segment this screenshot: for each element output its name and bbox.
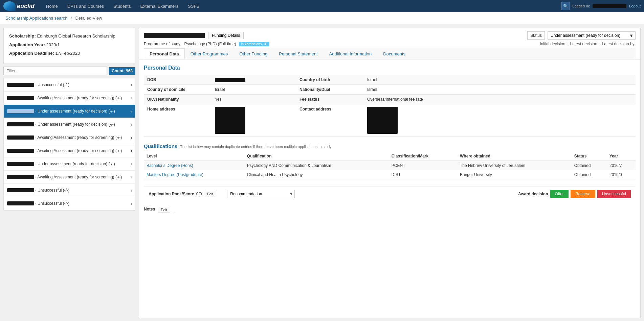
app-name-redacted-5 [7,149,34,153]
tab-other-funding[interactable]: Other Funding [234,48,273,59]
application-item-8[interactable]: · Unsuccessful (-/-)› [4,184,135,197]
logout-link[interactable]: Logout [629,4,641,8]
fee-status-label: Fee status [296,95,364,104]
application-item-1[interactable]: · Awaiting Assessment (ready for screeni… [4,92,135,105]
app-status-6: Under assessment (ready for decision) (-… [38,162,115,166]
application-item-0[interactable]: · Unsuccessful (-/-)› [4,78,135,92]
scholarship-label: Scholarship: [9,33,36,39]
qual-status-1: Obtained [572,170,607,179]
filter-input[interactable] [3,67,107,75]
tab-additional-info[interactable]: Additional Information [324,48,378,59]
rank-value: 0/0 [196,192,202,196]
tab-documents[interactable]: Documents [377,48,411,59]
applicant-name-redacted [144,33,205,38]
app-status-3: Under assessment (ready for decision) (-… [38,122,115,127]
nav-students[interactable]: Students [109,1,135,11]
personal-data-title: Personal Data [144,65,636,71]
tab-other-programmes[interactable]: Other Programmes [185,48,234,59]
filter-bar: Count: 968 [3,67,135,75]
app-status-5: Awaiting Assessment (ready for screening… [37,148,122,153]
nationality-value: Israel [364,85,636,95]
qual-row-1: Masters Degree (Postgraduate) Clinical a… [144,170,636,179]
count-value: 968 [126,69,133,73]
nav-ssfs[interactable]: SSFS [183,1,204,11]
app-status-8: Unsuccessful (-/-) [38,188,69,193]
chevron-icon-9: › [131,200,132,207]
offer-button[interactable]: Offer [550,190,568,198]
application-item-5[interactable]: · Awaiting Assessment (ready for screeni… [4,144,135,157]
deadline-value: 17/Feb/2020 [55,51,80,56]
award-label: Award decision [518,192,548,196]
application-item-3[interactable]: · Under assessment (ready for decision) … [4,118,135,131]
reserve-button[interactable]: Reserve [571,190,595,198]
unsuccessful-button[interactable]: Unsuccessful [597,190,631,198]
qual-level-1[interactable]: Masters Degree (Postgraduate) [144,170,244,179]
application-item-7[interactable]: · Awaiting Assessment (ready for screeni… [4,171,135,184]
application-item-2[interactable]: · Under assessment (ready for decision) … [4,105,135,118]
qual-col-class: Classification/Mark [389,152,457,161]
qual-level-link-1[interactable]: Masters Degree (Postgraduate) [147,172,203,177]
chevron-icon-7: › [131,173,132,180]
breadcrumb-root[interactable]: Scholarship Applications search [5,16,68,21]
app-status-7: Awaiting Assessment (ready for screening… [37,175,122,179]
tab-personal-data[interactable]: Personal Data [144,48,185,59]
domicile-row: Country of domicile Israel Nationality/D… [144,85,636,95]
application-item-4[interactable]: · Awaiting Assessment (ready for screeni… [4,131,135,144]
app-year-value: 2020/1 [46,42,60,47]
search-icon[interactable]: 🔍 [561,2,570,10]
header-right: 🔍 Logged In: Logout [561,2,641,10]
app-status-2: Under assessment (ready for decision) (-… [38,109,115,114]
status-dropdown-container: Under assessment (ready for decision) ▼ [548,31,636,40]
application-item-6[interactable]: · Under assessment (ready for decision) … [4,157,135,171]
rank-edit-button[interactable]: Edit [204,191,216,197]
chevron-icon-0: › [131,81,132,88]
qual-level-link-0[interactable]: Bachelor's Degree (Hons) [147,163,193,168]
qual-header-row: Level Qualification Classification/Mark … [144,152,636,161]
app-status-0: Unsuccessful (-/-) [38,82,69,87]
programme-value: Psychology (PhD) (Full-time) [184,42,236,46]
app-name-redacted-7 [7,175,34,179]
breadcrumb-separator: / [71,16,72,21]
ukvi-row: UKVI Nationality Yes Fee status Overseas… [144,95,636,104]
domicile-value: Israel [212,85,296,95]
application-item-9[interactable]: · Unsuccessful (-/-)› [4,197,135,210]
contact-address-value [364,104,636,137]
nav-dpts[interactable]: DPTs and Courses [63,1,109,11]
nav-home[interactable]: Home [41,1,63,11]
chevron-icon-5: › [131,147,132,154]
scholarship-name: Scholarship: Edinburgh Global Research S… [9,33,130,40]
main-layout: Scholarship: Edinburgh Global Research S… [0,24,644,321]
qual-status-0: Obtained [572,161,607,170]
logged-in-label: Logged In: [572,4,590,8]
tab-personal-statement[interactable]: Personal Statement [273,48,323,59]
nav-examiners[interactable]: External Examiners [135,1,183,11]
right-header: Funding Details Status Under assessment … [139,28,640,59]
right-header-top: Funding Details Status Under assessment … [144,31,636,40]
logo-text: euclid [17,3,35,10]
notes-content: - [173,208,636,213]
country-birth-label: Country of birth [296,75,364,85]
app-name-redacted-0 [7,83,34,87]
qual-year-1: 2019/0 [607,170,636,179]
app-year-label: Application Year: [9,42,45,47]
qual-where-0: The Hebrew University of Jerusalem [457,161,572,170]
content-area: Personal Data DOB Country of birth Israe… [139,59,640,219]
logo[interactable]: euclid [3,1,35,11]
count-label: Count: [112,69,125,73]
qualifications-title: Qualifications [144,143,177,149]
status-select[interactable]: Under assessment (ready for decision) [548,31,636,40]
notes-edit-button[interactable]: Edit [158,207,170,213]
qualifications-table: Level Qualification Classification/Mark … [144,152,636,179]
dob-redacted [215,78,245,82]
funding-details-button[interactable]: Funding Details [208,32,244,39]
status-label: Status [527,31,545,40]
recommendation-select[interactable]: Recommendation [227,190,295,198]
dob-value [212,75,296,85]
ukvi-value: Yes [212,95,296,104]
qual-classification-0: PCENT [389,161,457,170]
chevron-icon-1: › [131,94,132,101]
home-address-value [212,104,296,137]
nav-links: Home DPTs and Courses Students External … [41,1,561,11]
qual-level-0[interactable]: Bachelor's Degree (Hons) [144,161,244,170]
qual-col-level: Level [144,152,244,161]
